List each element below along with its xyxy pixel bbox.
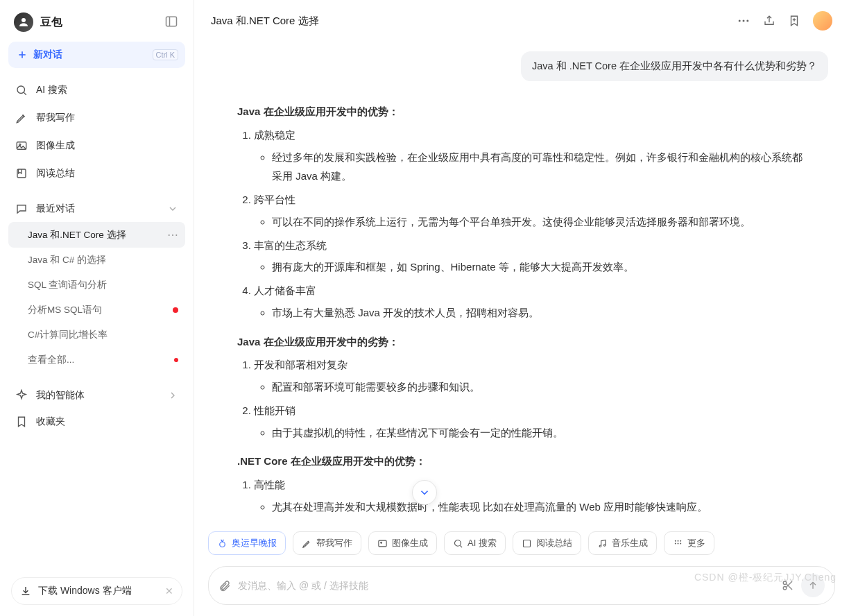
message-input-row	[208, 566, 835, 605]
conversation-item[interactable]: 分析MS SQL语句	[8, 298, 185, 323]
list-item: 开发和部署相对复杂配置和部署环境可能需要较多的步骤和知识。	[254, 355, 806, 397]
scroll-to-bottom-button[interactable]	[412, 480, 437, 505]
nav-read-summary[interactable]: 阅读总结	[8, 161, 185, 186]
music-icon	[597, 538, 608, 549]
chip-ai-search[interactable]: AI 搜索	[444, 531, 506, 555]
sparkle-icon	[15, 389, 28, 402]
share-icon[interactable]	[763, 15, 775, 27]
svg-point-5	[17, 86, 25, 94]
list-item: 人才储备丰富市场上有大量熟悉 Java 开发的技术人员，招聘相对容易。	[254, 281, 806, 323]
bookmark-add-icon[interactable]	[788, 15, 800, 27]
bookmark-icon	[15, 167, 28, 180]
new-chat-button[interactable]: 新对话 Ctrl K	[8, 42, 185, 68]
conversation-label: SQL 查询语句分析	[28, 279, 107, 291]
assistant-message: Java 在企业级应用开发中的优势： 成熟稳定经过多年的发展和实践检验，在企业级…	[237, 102, 806, 517]
recent-section-header[interactable]: 最近对话	[8, 196, 185, 222]
sidebar: 豆包 新对话 Ctrl K AI 搜索 帮我写作 图像生成 阅读总结	[0, 0, 194, 616]
bookmark-icon	[15, 416, 28, 428]
top-actions	[737, 11, 832, 31]
chip-music[interactable]: 音乐生成	[588, 531, 657, 555]
topbar: Java 和.NET Core 选择	[194, 0, 849, 37]
list-item: 跨平台性可以在不同的操作系统上运行，无需为每个平台单独开发。这使得企业能够灵活选…	[254, 190, 806, 232]
download-client-button[interactable]: 下载 Windows 客户端 ✕	[11, 577, 182, 605]
conversation-item[interactable]: Java 和.NET Core 选择 ⋯	[8, 222, 185, 248]
image-icon	[15, 139, 28, 152]
conversation-list: Java 和.NET Core 选择 ⋯ Java 和 C# 的选择 SQL 查…	[8, 222, 185, 373]
svg-point-18	[455, 540, 461, 546]
unread-dot	[174, 358, 178, 362]
nav-label: 帮我写作	[36, 112, 75, 124]
recent-section-label: 最近对话	[36, 203, 75, 215]
more-icon[interactable]	[737, 14, 751, 28]
list-item: 丰富的生态系统拥有庞大的开源库和框架，如 Spring、Hibernate 等，…	[254, 236, 806, 277]
agents-section-label: 我的智能体	[36, 389, 85, 402]
favorites-section-header[interactable]: 收藏夹	[8, 409, 185, 435]
scissors-icon[interactable]	[782, 579, 794, 592]
conversation-menu-icon[interactable]: ⋯	[167, 228, 178, 241]
conversation-item[interactable]: SQL 查询语句分析	[8, 273, 185, 298]
nav-image-gen[interactable]: 图像生成	[8, 133, 185, 158]
nav-ai-search[interactable]: AI 搜索	[8, 78, 185, 103]
close-icon[interactable]: ✕	[165, 585, 173, 597]
conversation-label: C#计算同比增长率	[28, 329, 108, 341]
brand[interactable]: 豆包	[14, 12, 62, 32]
agents-section-header[interactable]: 我的智能体	[8, 382, 185, 409]
send-button[interactable]	[801, 574, 825, 597]
heading: .NET Core 在企业级应用开发中的优势：	[237, 452, 806, 471]
chip-image[interactable]: 图像生成	[368, 531, 437, 555]
sidebar-footer: 下载 Windows 客户端 ✕	[8, 572, 185, 610]
image-icon	[377, 538, 388, 549]
conversation-item[interactable]: Java 和 C# 的选择	[8, 248, 185, 273]
download-icon	[20, 585, 31, 597]
svg-line-19	[460, 545, 462, 547]
write-icon	[15, 112, 28, 124]
list-item: 性能开销由于其虚拟机的特性，在某些情况下可能会有一定的性能开销。	[254, 401, 806, 443]
nav-list: AI 搜索 帮我写作 图像生成 阅读总结	[8, 78, 185, 186]
conversation-view-all[interactable]: 查看全部...	[8, 348, 185, 373]
download-label: 下载 Windows 客户端	[38, 585, 132, 597]
chip-summary[interactable]: 阅读总结	[513, 531, 581, 555]
skill-chips-row: 奥运早晚报 帮我写作 图像生成 AI 搜索 阅读总结 音乐生成 更多	[194, 527, 849, 559]
list-item: 高性能尤其在处理高并发和大规模数据时，性能表现 比如在处理高流量的 Web 应用…	[254, 475, 806, 517]
medal-icon	[217, 538, 228, 549]
sparkle-search-icon	[15, 84, 28, 96]
svg-point-12	[746, 20, 748, 22]
svg-line-6	[24, 92, 26, 94]
message-input[interactable]	[238, 580, 775, 591]
svg-rect-20	[523, 540, 530, 547]
chat-icon	[15, 203, 28, 215]
svg-point-25	[680, 540, 681, 541]
chevron-down-icon	[167, 203, 178, 214]
user-message-row: Java 和 .NET Core 在企业级应用开发中各有什么优势和劣势？	[215, 51, 828, 81]
svg-point-22	[603, 544, 606, 546]
main-area: Java 和.NET Core 选择 Java 和 .NET Core 在企业级…	[194, 0, 849, 616]
attach-icon[interactable]	[218, 579, 231, 592]
nav-write[interactable]: 帮我写作	[8, 105, 185, 130]
collapse-sidebar-icon[interactable]	[164, 15, 180, 30]
user-message-bubble: Java 和 .NET Core 在企业级应用开发中各有什么优势和劣势？	[521, 51, 828, 81]
svg-point-15	[220, 542, 225, 547]
svg-point-10	[739, 20, 741, 22]
chat-content: Java 和 .NET Core 在企业级应用开发中各有什么优势和劣势？ Jav…	[194, 37, 849, 527]
nav-label: AI 搜索	[36, 84, 67, 96]
nav-label: 阅读总结	[36, 167, 75, 180]
heading: Java 在企业级应用开发中的优势：	[237, 102, 806, 121]
chip-olympics[interactable]: 奥运早晚报	[208, 531, 286, 555]
list-item: 成熟稳定经过多年的发展和实践检验，在企业级应用中具有高度的可靠性和稳定性。例如，…	[254, 126, 806, 186]
user-avatar[interactable]	[813, 11, 832, 31]
svg-point-24	[677, 540, 678, 541]
svg-point-11	[743, 20, 745, 22]
svg-point-26	[675, 542, 676, 544]
svg-point-27	[677, 542, 678, 544]
chip-more[interactable]: 更多	[664, 531, 714, 555]
svg-rect-1	[166, 17, 177, 26]
grid-icon	[673, 538, 683, 549]
svg-point-23	[675, 540, 676, 541]
conversation-item[interactable]: C#计算同比增长率	[8, 323, 185, 348]
svg-rect-16	[379, 540, 386, 547]
search-icon	[453, 538, 463, 549]
sidebar-header: 豆包	[8, 8, 185, 42]
chip-write[interactable]: 帮我写作	[293, 531, 361, 555]
svg-point-21	[599, 545, 601, 547]
chat-title: Java 和.NET Core 选择	[211, 15, 319, 28]
